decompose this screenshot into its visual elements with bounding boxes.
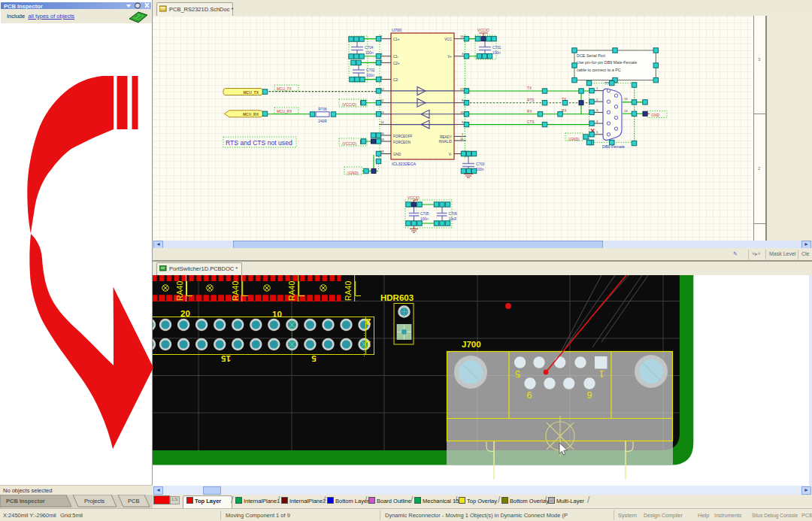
svg-text:RTS and CTS not used: RTS and CTS not used	[226, 139, 292, 147]
svg-text:RA40: RA40	[175, 281, 184, 301]
svg-text:1: 1	[598, 368, 604, 379]
svg-text:3: 3	[462, 52, 464, 56]
svg-text:100n: 100n	[492, 51, 501, 55]
svg-text:V+: V+	[447, 55, 452, 59]
svg-text:100n: 100n	[365, 51, 374, 55]
svg-text:PCB: PCB	[128, 498, 139, 504]
svg-text:Use pin-for-pin DB9 Male-Femal: Use pin-for-pin DB9 Male-Female	[577, 60, 637, 65]
svg-text:100n: 100n	[420, 217, 429, 221]
svg-text:(GND): (GND)	[347, 171, 359, 175]
svg-text:R706: R706	[318, 108, 327, 111]
svg-text:5: 5	[311, 354, 317, 363]
svg-text:VCCIO: VCCIO	[408, 195, 420, 200]
svg-text:13: 13	[624, 97, 628, 101]
svg-text:(GND): (GND)	[568, 137, 580, 141]
svg-text:VCC: VCC	[444, 38, 452, 41]
svg-text:C2-: C2-	[393, 78, 399, 82]
svg-text:10uF: 10uF	[449, 217, 457, 221]
svg-text:FORCEON: FORCEON	[393, 141, 411, 144]
svg-text:RA40: RA40	[344, 281, 353, 301]
svg-text:14: 14	[624, 109, 628, 113]
svg-text:4: 4	[596, 120, 598, 123]
svg-text:cable to connect to a PC: cable to connect to a PC	[577, 68, 621, 72]
svg-text:1: 1	[462, 132, 464, 136]
svg-text:16: 16	[460, 35, 464, 38]
svg-text:V-: V-	[449, 153, 453, 156]
svg-text:100n: 100n	[476, 168, 484, 171]
svg-text:5: 5	[515, 368, 520, 379]
svg-text:INVALID: INVALID	[438, 140, 452, 144]
svg-text:100n: 100n	[366, 74, 374, 77]
svg-text:10: 10	[272, 310, 282, 319]
svg-text:C703: C703	[476, 162, 485, 166]
svg-text:READY: READY	[440, 135, 452, 139]
svg-text:RTS: RTS	[527, 98, 535, 102]
svg-text:GND: GND	[393, 153, 401, 156]
svg-text:15: 15	[460, 111, 464, 114]
svg-text:RA40: RA40	[287, 281, 296, 301]
svg-text:8: 8	[462, 98, 464, 102]
svg-text:(VCCIO): (VCCIO)	[342, 102, 357, 107]
svg-text:ICL3232ECA: ICL3232ECA	[392, 162, 416, 166]
svg-text:C706: C706	[449, 212, 458, 216]
svg-text:5: 5	[596, 130, 598, 134]
svg-text:C2+: C2+	[393, 62, 400, 65]
svg-text:2: 2	[366, 317, 371, 326]
svg-text:2: 2	[596, 98, 598, 101]
svg-text:PCB Inspector: PCB Inspector	[6, 498, 45, 504]
svg-text:GND: GND	[651, 113, 660, 117]
svg-text:9: 9	[462, 120, 464, 124]
svg-text:C702: C702	[366, 68, 375, 72]
svg-text:C701: C701	[492, 46, 501, 50]
svg-text:MCU_RX: MCU_RX	[243, 112, 259, 117]
svg-text:RA40: RA40	[231, 281, 240, 301]
svg-text:DCE Serial Port: DCE Serial Port	[577, 53, 606, 58]
svg-text:J700: J700	[462, 340, 481, 349]
svg-text:VCCIO: VCCIO	[477, 28, 489, 32]
svg-text:MCU_RX: MCU_RX	[277, 110, 292, 114]
svg-text:9: 9	[526, 389, 532, 400]
svg-text:6: 6	[586, 389, 592, 400]
svg-text:CTS: CTS	[527, 120, 535, 124]
svg-text:Projects: Projects	[84, 498, 105, 504]
svg-text:14: 14	[380, 120, 384, 124]
svg-text:17: 17	[460, 87, 464, 91]
svg-text:240R: 240R	[318, 120, 327, 123]
svg-text:(VCCIO): (VCCIO)	[342, 141, 357, 146]
svg-text:3: 3	[596, 108, 598, 112]
svg-text:MCU_TX: MCU_TX	[243, 90, 259, 95]
svg-text:TX: TX	[527, 86, 532, 90]
svg-text:C1-: C1-	[393, 55, 399, 59]
svg-text:FORCEOFF: FORCEOFF	[393, 135, 412, 138]
svg-text:C1+: C1+	[393, 38, 400, 41]
svg-text:15: 15	[221, 354, 231, 363]
svg-text:U700: U700	[392, 28, 401, 32]
svg-text:C704: C704	[365, 46, 374, 50]
svg-text:C705: C705	[420, 212, 429, 216]
svg-text:1: 1	[365, 340, 371, 349]
svg-text:11: 11	[460, 137, 464, 141]
svg-text:20: 20	[180, 309, 190, 318]
svg-text:MCU_TX: MCU_TX	[277, 87, 292, 91]
svg-text:HDR603: HDR603	[380, 293, 414, 302]
svg-text:1: 1	[596, 86, 598, 90]
svg-text:RX: RX	[527, 110, 532, 114]
